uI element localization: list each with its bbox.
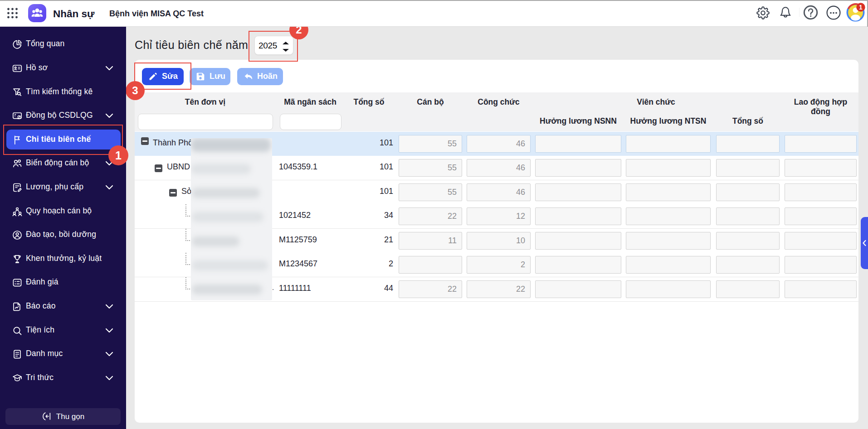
svg-text:1: 1 xyxy=(859,4,863,11)
